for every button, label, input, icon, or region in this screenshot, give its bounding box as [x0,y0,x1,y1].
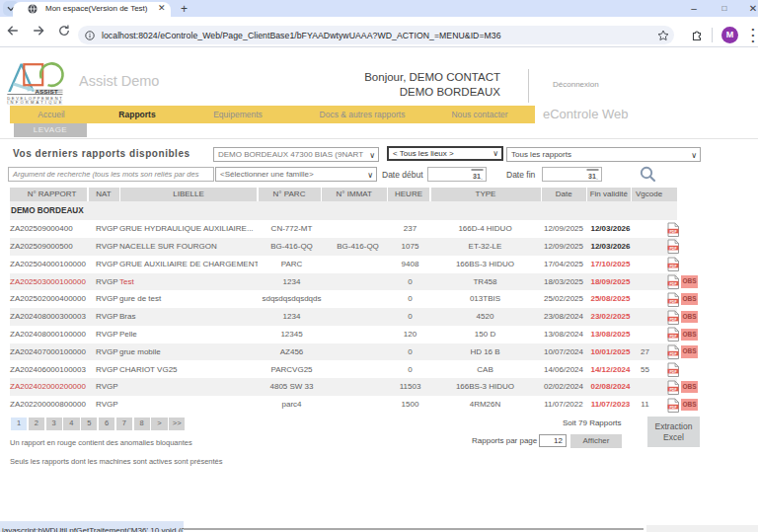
svg-text:31: 31 [473,173,481,180]
svg-text:,: , [596,174,598,180]
svg-text:PDF: PDF [669,299,677,303]
svg-text:PDF: PDF [669,317,677,321]
svg-text:31: 31 [588,173,596,180]
svg-text:PDF: PDF [669,387,677,391]
svg-text:PDF: PDF [669,370,677,374]
svg-text:,: , [481,174,483,180]
svg-text:PDF: PDF [669,247,677,251]
svg-text:PDF: PDF [669,229,677,233]
svg-text:PDF: PDF [669,352,677,356]
svg-text:PDF: PDF [669,265,677,268]
svg-text:PDF: PDF [669,335,677,339]
svg-text:PDF: PDF [669,282,677,286]
svg-text:PDF: PDF [669,405,677,409]
